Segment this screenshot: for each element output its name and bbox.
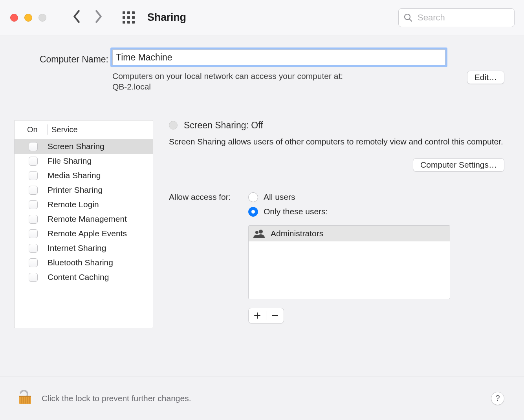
service-on-checkbox[interactable]	[29, 186, 38, 195]
svg-rect-8	[19, 396, 31, 397]
access-label: Allow access for:	[169, 192, 244, 202]
plus-icon	[254, 312, 261, 319]
detail-pane: Screen Sharing: Off Screen Sharing allow…	[169, 120, 504, 360]
service-name-label: Media Sharing	[48, 171, 101, 180]
user-row[interactable]: Administrators	[249, 226, 450, 241]
service-on-checkbox[interactable]	[29, 258, 38, 267]
access-section: Allow access for: All users Only these u…	[169, 192, 504, 323]
service-row[interactable]: Media Sharing	[15, 168, 153, 183]
radio-only-users[interactable]: Only these users:	[248, 207, 450, 217]
search-icon	[403, 13, 413, 22]
forward-button[interactable]	[94, 10, 103, 25]
close-window-button[interactable]	[10, 14, 18, 22]
service-on-checkbox[interactable]	[29, 157, 38, 166]
service-name-label: Remote Login	[48, 200, 99, 209]
service-row[interactable]: Screen Sharing	[15, 139, 153, 154]
service-row[interactable]: Content Caching	[15, 270, 153, 285]
footer: Click the lock to prevent further change…	[0, 376, 524, 420]
users-icon	[253, 229, 265, 238]
service-on-checkbox[interactable]	[29, 244, 38, 253]
computer-name-description: Computers on your local network can acce…	[112, 71, 343, 92]
services-header-service[interactable]: Service	[48, 125, 78, 134]
service-name-label: Content Caching	[48, 272, 109, 282]
service-row[interactable]: File Sharing	[15, 154, 153, 168]
edit-hostname-button[interactable]: Edit…	[467, 71, 504, 84]
user-name-label: Administrators	[271, 229, 323, 238]
service-on-checkbox[interactable]	[29, 273, 38, 282]
back-button[interactable]	[72, 10, 81, 25]
service-on-checkbox[interactable]	[29, 142, 38, 151]
minimize-window-button[interactable]	[24, 14, 32, 22]
service-name-label: Printer Sharing	[48, 185, 103, 195]
service-row[interactable]: Remote Management	[15, 212, 153, 226]
zoom-window-button[interactable]	[38, 14, 46, 22]
lock-icon	[16, 388, 35, 407]
radio-only-users-button[interactable]	[248, 207, 258, 217]
toolbar: Sharing	[0, 0, 524, 35]
service-name-label: Screen Sharing	[48, 142, 104, 151]
services-header-on[interactable]: On	[15, 124, 48, 135]
users-list[interactable]: Administrators	[248, 225, 450, 299]
service-on-checkbox[interactable]	[29, 171, 38, 180]
detail-separator	[169, 182, 504, 182]
svg-line-1	[410, 19, 412, 21]
main-content: On Service Screen SharingFile SharingMed…	[0, 105, 524, 372]
window-controls	[10, 14, 46, 22]
service-description: Screen Sharing allows users of other com…	[169, 136, 504, 147]
service-name-label: Remote Management	[48, 214, 127, 224]
computer-settings-button[interactable]: Computer Settings…	[413, 158, 504, 172]
minus-icon	[271, 312, 278, 319]
service-row[interactable]: Printer Sharing	[15, 183, 153, 197]
nav-arrows	[72, 10, 103, 25]
service-row[interactable]: Remote Login	[15, 197, 153, 212]
add-user-button[interactable]	[249, 312, 266, 319]
service-name-label: File Sharing	[48, 156, 92, 166]
radio-all-users-button[interactable]	[248, 192, 258, 202]
svg-point-2	[259, 230, 263, 234]
show-all-button[interactable]	[123, 11, 135, 24]
users-add-remove	[248, 308, 284, 323]
service-name-label: Remote Apple Events	[48, 229, 127, 238]
service-status-text: Screen Sharing: Off	[184, 120, 263, 131]
services-table: On Service Screen SharingFile SharingMed…	[14, 120, 153, 328]
service-on-checkbox[interactable]	[29, 229, 38, 238]
search-field[interactable]	[398, 8, 515, 27]
radio-all-users-label: All users	[264, 192, 295, 202]
service-status-indicator	[169, 121, 178, 130]
computer-name-field[interactable]	[112, 49, 445, 65]
service-name-label: Bluetooth Sharing	[48, 258, 113, 267]
service-row[interactable]: Internet Sharing	[15, 241, 153, 256]
lock-hint-text: Click the lock to prevent further change…	[42, 394, 191, 403]
lock-button[interactable]	[16, 388, 35, 409]
radio-all-users[interactable]: All users	[248, 192, 450, 202]
search-input[interactable]	[417, 12, 524, 23]
help-button[interactable]: ?	[491, 392, 504, 405]
svg-point-3	[255, 231, 258, 234]
radio-only-users-label: Only these users:	[264, 207, 328, 216]
service-name-label: Internet Sharing	[48, 243, 106, 253]
remove-user-button[interactable]	[266, 312, 284, 319]
pane-title: Sharing	[147, 11, 186, 24]
service-on-checkbox[interactable]	[29, 215, 38, 224]
service-row[interactable]: Bluetooth Sharing	[15, 256, 153, 270]
service-on-checkbox[interactable]	[29, 200, 38, 209]
computer-name-input[interactable]	[113, 50, 445, 65]
service-row[interactable]: Remote Apple Events	[15, 226, 153, 241]
services-header: On Service	[15, 121, 153, 139]
computer-name-section: Computer Name: Computers on your local n…	[0, 35, 524, 105]
computer-name-label: Computer Name:	[40, 49, 112, 92]
